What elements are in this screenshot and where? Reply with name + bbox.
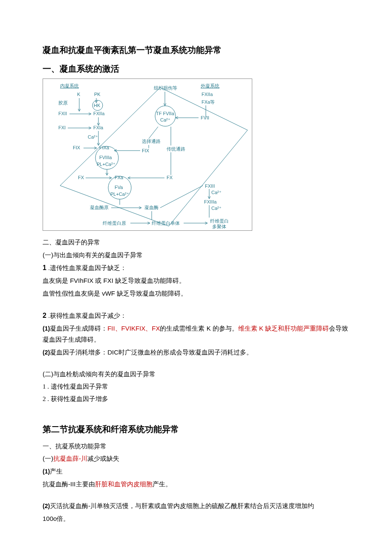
svg-text:FIX: FIX [73, 145, 81, 150]
item-1: 1 .遗传性血浆凝血因子缺乏： [43, 262, 349, 273]
svg-text:FXIIa: FXIIa [93, 111, 105, 116]
document-page: 凝血和抗凝血平衡紊乱第一节凝血系统功能异常 一、凝血系统的激活 内凝系统 组织损… [0, 0, 392, 555]
sub-a: (一)与出血倾向有关的凝血因子异常 [43, 250, 349, 261]
s2-1-produce: (1)产生 [43, 466, 349, 477]
svg-text:Ca²⁺: Ca²⁺ [211, 206, 222, 211]
hemophilia-line: 血友病是 FVIhFIX 或 FXI 缺乏导致凝血功能障碍。 [43, 275, 349, 286]
s2-2-line2: 100o倍。 [43, 513, 349, 524]
svg-text:FXa等: FXa等 [202, 99, 215, 105]
s2-heading-a: 一、抗凝系统功能异常 [43, 441, 349, 452]
svg-text:FX: FX [167, 175, 173, 180]
svg-text:FXII: FXII [58, 111, 67, 116]
svg-text:FXIa: FXIa [93, 125, 104, 130]
label-intrinsic: 内凝系统 [60, 83, 79, 88]
s2-sub-1: (一)抗凝血薛-川减少或缺失 [43, 453, 349, 464]
item-2-p1: (1)凝血因子生成障碍：FII、FVIKFIX、FX的生成需维生素 K 的参与。… [43, 323, 349, 345]
svg-text:PL+Ca²⁺: PL+Ca²⁺ [110, 192, 129, 197]
svg-text:K: K [77, 92, 81, 97]
sub-b-1: 1 . 遗传性凝血因子异常 [43, 381, 349, 392]
heading-factor-abnormal: 二、凝血因子的异常 [43, 237, 349, 248]
svg-text:PK: PK [94, 92, 101, 97]
svg-text:Ca²⁺: Ca²⁺ [88, 134, 98, 139]
svg-text:FIX: FIX [142, 148, 150, 153]
svg-text:FVII: FVII [201, 115, 209, 120]
svg-text:FXIII: FXIII [205, 183, 215, 189]
svg-point-34 [155, 106, 176, 126]
label-extrinsic: 外凝系统 [201, 83, 219, 88]
svg-text:传统通路: 传统通路 [167, 146, 185, 151]
s2-2: (2)灭活抗凝血酶-川单独灭活慢，与肝素或血管内皮细胞上的硫酸乙酰肝素结合后灭活… [43, 500, 349, 511]
vwf-line: 血管性假性血友病是 vWF 缺乏导致凝血功能障碍。 [43, 288, 349, 299]
svg-text:PL+Ca²⁺: PL+Ca²⁺ [97, 162, 115, 167]
s2-1-text: 抗凝血酶-III主要由肝脏和血管内皮细胞产生。 [43, 479, 349, 490]
coagulation-diagram: 内凝系统 组织损伤等 外凝系统 K PK 胶原 HK FXII FXIIa FX… [43, 78, 252, 231]
svg-text:选择通路: 选择通路 [142, 139, 161, 144]
svg-line-40 [149, 127, 158, 139]
svg-text:纤维蛋白单体: 纤维蛋白单体 [152, 221, 180, 226]
svg-text:凝血酶原: 凝血酶原 [90, 205, 109, 210]
svg-text:凝血酶: 凝血酶 [144, 205, 159, 210]
diagram-svg: 内凝系统 组织损伤等 外凝系统 K PK 胶原 HK FXII FXIIa FX… [43, 79, 252, 230]
label-tissue-injury: 组织损伤等 [154, 85, 177, 90]
sub-b-2: 2 . 获得性凝血因子增多 [43, 394, 349, 405]
svg-text:HK: HK [94, 103, 101, 108]
svg-text:FXa: FXa [115, 175, 124, 180]
subheading-activation: 一、凝血系统的激活 [43, 61, 349, 76]
svg-text:TF  FVIIa: TF FVIIa [156, 111, 175, 116]
svg-text:FX: FX [78, 175, 84, 180]
svg-line-66 [160, 186, 203, 208]
svg-text:多聚体: 多聚体 [212, 224, 226, 229]
svg-text:FXIIa: FXIIa [202, 92, 213, 97]
item-2: 2 .获得性血浆凝血因子减少： [43, 310, 349, 321]
svg-text:胶原: 胶原 [58, 100, 68, 105]
svg-text:纤维蛋白原: 纤维蛋白原 [103, 221, 126, 226]
svg-text:Ca²⁺: Ca²⁺ [211, 190, 222, 195]
svg-text:FVa: FVa [115, 185, 123, 190]
svg-text:FXI: FXI [58, 125, 66, 130]
sub-b: (二)与血栓舫成倾向有关的凝血因子异常 [43, 369, 349, 380]
svg-text:FVIIIa: FVIIIa [99, 155, 112, 160]
svg-text:FIXa: FIXa [99, 145, 110, 150]
svg-text:FXIIIa: FXIIIa [204, 199, 217, 204]
main-title: 凝血和抗凝血平衡紊乱第一节凝血系统功能异常 [43, 43, 349, 57]
section-2-title: 第二节抗凝系统和纤溶系统功能异常 [43, 422, 349, 436]
svg-text:纤维蛋白: 纤维蛋白 [210, 218, 229, 224]
item-2-p2: (2)凝血因子消耗增多：DIC时广泛微血栓的形成会导致凝血因子消耗过多。 [43, 347, 349, 358]
svg-text:Ca²⁺: Ca²⁺ [160, 117, 170, 122]
